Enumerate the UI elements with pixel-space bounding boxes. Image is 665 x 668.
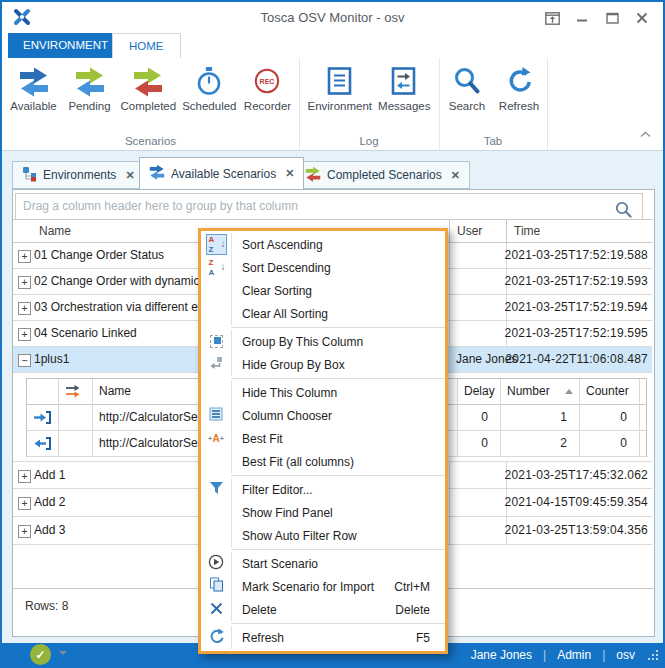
menu-item-sort-ascending[interactable]: AZ↓ Sort Ascending xyxy=(201,233,445,256)
available-scenarios-icon xyxy=(149,164,165,183)
row-time: 2021-03-25T17:52:19.593 xyxy=(505,269,648,294)
delete-x-icon xyxy=(210,601,223,619)
row-name: 03 Orchestration via different end xyxy=(34,295,211,320)
column-divider xyxy=(639,379,640,456)
detail-column-number[interactable]: Number xyxy=(500,379,556,404)
sort-ascending-icon: AZ↓ xyxy=(206,234,227,255)
sort-descending-icon: ZA↓ xyxy=(209,259,224,276)
ribbon-tab-home[interactable]: HOME xyxy=(112,33,181,58)
status-role: Admin xyxy=(557,648,591,662)
group-label-scenarios: Scenarios xyxy=(2,135,299,147)
menu-item-label: Clear All Sorting xyxy=(242,307,328,321)
maximize-icon[interactable] xyxy=(603,10,621,26)
scheduled-button[interactable]: Scheduled xyxy=(179,62,239,114)
menu-item-best-fit-all-columns[interactable]: Best Fit (all columns) xyxy=(201,450,445,473)
row-name: 02 Change Order with dynamic St xyxy=(34,269,214,294)
group-label-tab: Tab xyxy=(439,135,547,147)
status-dropdown-caret-icon[interactable] xyxy=(59,651,67,655)
tab-close-icon[interactable]: ✕ xyxy=(125,169,134,182)
menu-item-sort-descending[interactable]: ZA↓ Sort Descending xyxy=(201,256,445,279)
pending-icon xyxy=(75,64,105,98)
menu-separator xyxy=(231,378,445,379)
search-label: Search xyxy=(449,100,485,112)
column-header-time[interactable]: Time xyxy=(506,220,652,242)
available-button[interactable]: Available xyxy=(6,62,62,114)
detail-column-delay[interactable]: Delay xyxy=(457,379,500,404)
menu-item-column-chooser[interactable]: Column Chooser xyxy=(201,404,445,427)
menu-separator xyxy=(231,623,445,624)
completed-button[interactable]: Completed xyxy=(118,62,180,114)
refresh-icon xyxy=(504,64,534,98)
search-button[interactable]: Search xyxy=(441,62,493,114)
menu-item-label: Refresh xyxy=(242,631,284,645)
menu-item-hide-group-by-box[interactable]: Hide Group By Box xyxy=(201,353,445,376)
group-by-panel[interactable]: Drag a column header here to group by th… xyxy=(15,193,643,220)
detail-delay: 0 xyxy=(457,431,494,456)
doc-tab-available-scenarios[interactable]: Available Scenarios ✕ xyxy=(139,157,304,190)
expand-icon[interactable] xyxy=(18,328,31,341)
menu-separator xyxy=(231,549,445,550)
tab-close-icon[interactable]: ✕ xyxy=(285,167,294,180)
expand-icon[interactable] xyxy=(18,497,31,510)
row-time: 2021-04-22T11:06:08.487 xyxy=(506,347,649,372)
tab-close-icon[interactable]: ✕ xyxy=(451,169,460,182)
collapse-ribbon-icon[interactable] xyxy=(640,124,651,142)
menu-item-hide-this-column[interactable]: Hide This Column xyxy=(201,381,445,404)
row-time: 2021-03-25T13:59:04.356 xyxy=(505,517,648,544)
context-menu: AZ↓ Sort Ascending ZA↓ Sort Descending C… xyxy=(198,228,448,654)
environment-log-label: Environment xyxy=(308,100,373,112)
menu-separator xyxy=(231,327,445,328)
menu-separator xyxy=(231,475,445,476)
response-arrow-icon xyxy=(33,436,52,454)
refresh-label: Refresh xyxy=(499,100,539,112)
column-divider xyxy=(579,379,580,456)
column-divider xyxy=(92,379,93,456)
column-divider xyxy=(58,379,59,456)
expand-icon[interactable] xyxy=(18,470,31,483)
row-time: 2021-03-25T17:52:19.594 xyxy=(505,295,648,320)
menu-item-shortcut: Delete xyxy=(395,603,445,617)
menu-item-group-by-this-column[interactable]: Group By This Column xyxy=(201,330,445,353)
expand-icon[interactable] xyxy=(18,276,31,289)
environment-log-button[interactable]: Environment xyxy=(305,62,376,114)
direction-column-icon[interactable] xyxy=(65,384,81,401)
menu-item-clear-sorting[interactable]: Clear Sorting xyxy=(201,279,445,302)
menu-item-filter-editor[interactable]: Filter Editor... xyxy=(201,478,445,501)
doc-tab-completed-scenarios[interactable]: Completed Scenarios ✕ xyxy=(295,161,470,189)
resize-grip[interactable] xyxy=(646,650,658,662)
menu-item-start-scenario[interactable]: Start Scenario xyxy=(201,552,445,575)
menu-item-shortcut: Ctrl+M xyxy=(394,580,445,594)
doc-tab-environments[interactable]: Environments ✕ xyxy=(12,161,145,189)
expand-icon[interactable] xyxy=(18,525,31,538)
expand-icon[interactable] xyxy=(18,250,31,263)
ribbon: Available Pending Completed xyxy=(2,58,663,151)
messages-button[interactable]: Messages xyxy=(375,62,433,114)
menu-item-label: Show Auto Filter Row xyxy=(242,529,357,543)
column-header-user[interactable]: User xyxy=(449,220,506,242)
column-divider xyxy=(500,379,501,456)
ribbon-tab-environment[interactable]: ENVIRONMENT xyxy=(8,33,123,58)
request-arrow-icon xyxy=(33,410,52,428)
refresh-small-icon xyxy=(209,628,224,647)
pending-button[interactable]: Pending xyxy=(62,62,118,114)
ribbon-display-options-icon[interactable] xyxy=(543,10,561,26)
copy-icon xyxy=(209,577,224,596)
connection-ok-icon[interactable]: ✓ xyxy=(30,644,51,665)
menu-item-best-fit[interactable]: +A+ Best Fit xyxy=(201,427,445,450)
menu-item-show-find-panel[interactable]: Show Find Panel xyxy=(201,501,445,524)
menu-item-show-auto-filter-row[interactable]: Show Auto Filter Row xyxy=(201,524,445,547)
menu-item-delete[interactable]: DeleteDelete xyxy=(201,598,445,621)
expand-icon[interactable] xyxy=(18,302,31,315)
refresh-button[interactable]: Refresh xyxy=(493,62,545,114)
menu-item-clear-all-sorting[interactable]: Clear All Sorting xyxy=(201,302,445,325)
status-environment: osv xyxy=(616,648,635,662)
status-separator: | xyxy=(602,648,605,662)
close-icon[interactable] xyxy=(633,10,651,26)
collapse-icon[interactable] xyxy=(18,354,31,367)
menu-item-mark-scenario-for-import[interactable]: Mark Scenario for ImportCtrl+M xyxy=(201,575,445,598)
row-name: 1plus1 xyxy=(34,347,69,372)
recorder-button[interactable]: REC Recorder xyxy=(239,62,295,114)
detail-column-counter[interactable]: Counter xyxy=(579,379,639,404)
minimize-icon[interactable] xyxy=(573,10,591,26)
menu-item-refresh[interactable]: RefreshF5 xyxy=(201,626,445,649)
